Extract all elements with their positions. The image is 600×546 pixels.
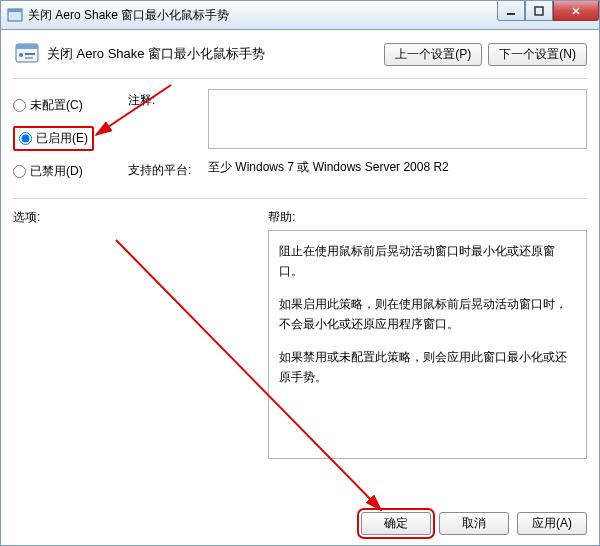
window-title: 关闭 Aero Shake 窗口最小化鼠标手势: [28, 7, 497, 24]
svg-point-6: [19, 53, 23, 57]
radio-not-configured[interactable]: 未配置(C): [13, 97, 118, 114]
comment-textarea[interactable]: [208, 89, 587, 149]
header-title: 关闭 Aero Shake 窗口最小化鼠标手势: [47, 45, 384, 63]
close-button[interactable]: [553, 1, 599, 21]
separator-2: [13, 198, 587, 199]
content-area: 关闭 Aero Shake 窗口最小化鼠标手势 上一个设置(P) 下一个设置(N…: [0, 30, 600, 546]
svg-rect-8: [25, 57, 33, 59]
comment-label: 注释:: [128, 89, 200, 149]
header-row: 关闭 Aero Shake 窗口最小化鼠标手势 上一个设置(P) 下一个设置(N…: [13, 40, 587, 68]
separator: [13, 78, 587, 79]
window-controls: [497, 1, 599, 21]
options-label: 选项:: [13, 209, 258, 226]
help-label: 帮助:: [268, 209, 587, 226]
app-icon: [7, 7, 23, 23]
help-p2: 如果启用此策略，则在使用鼠标前后晃动活动窗口时，不会最小化或还原应用程序窗口。: [279, 294, 576, 335]
help-p3: 如果禁用或未配置此策略，则会应用此窗口最小化或还原手势。: [279, 347, 576, 388]
minimize-button[interactable]: [497, 1, 525, 21]
radio-disabled[interactable]: 已禁用(D): [13, 163, 118, 180]
svg-rect-2: [507, 13, 515, 15]
platform-label: 支持的平台:: [128, 159, 200, 179]
radio-not-configured-label: 未配置(C): [30, 97, 83, 114]
help-textbox[interactable]: 阻止在使用鼠标前后晃动活动窗口时最小化或还原窗口。 如果启用此策略，则在使用鼠标…: [268, 230, 587, 459]
title-bar: 关闭 Aero Shake 窗口最小化鼠标手势: [0, 0, 600, 30]
svg-rect-3: [535, 7, 543, 15]
help-p1: 阻止在使用鼠标前后晃动活动窗口时最小化或还原窗口。: [279, 241, 576, 282]
radio-enabled-input[interactable]: [19, 132, 32, 145]
radio-enabled-label: 已启用(E): [36, 130, 88, 147]
policy-icon: [13, 40, 41, 68]
svg-rect-5: [16, 44, 38, 49]
svg-rect-1: [8, 9, 22, 12]
prev-setting-button[interactable]: 上一个设置(P): [384, 43, 482, 66]
next-setting-button[interactable]: 下一个设置(N): [488, 43, 587, 66]
ok-button[interactable]: 确定: [361, 512, 431, 535]
radio-not-configured-input[interactable]: [13, 99, 26, 112]
radio-disabled-label: 已禁用(D): [30, 163, 83, 180]
radio-enabled[interactable]: 已启用(E): [13, 126, 94, 151]
apply-button[interactable]: 应用(A): [517, 512, 587, 535]
radio-disabled-input[interactable]: [13, 165, 26, 178]
cancel-button[interactable]: 取消: [439, 512, 509, 535]
platform-value: 至少 Windows 7 或 Windows Server 2008 R2: [208, 159, 587, 179]
svg-rect-7: [25, 53, 35, 55]
maximize-button[interactable]: [525, 1, 553, 21]
footer-buttons: 确定 取消 应用(A): [361, 512, 587, 535]
